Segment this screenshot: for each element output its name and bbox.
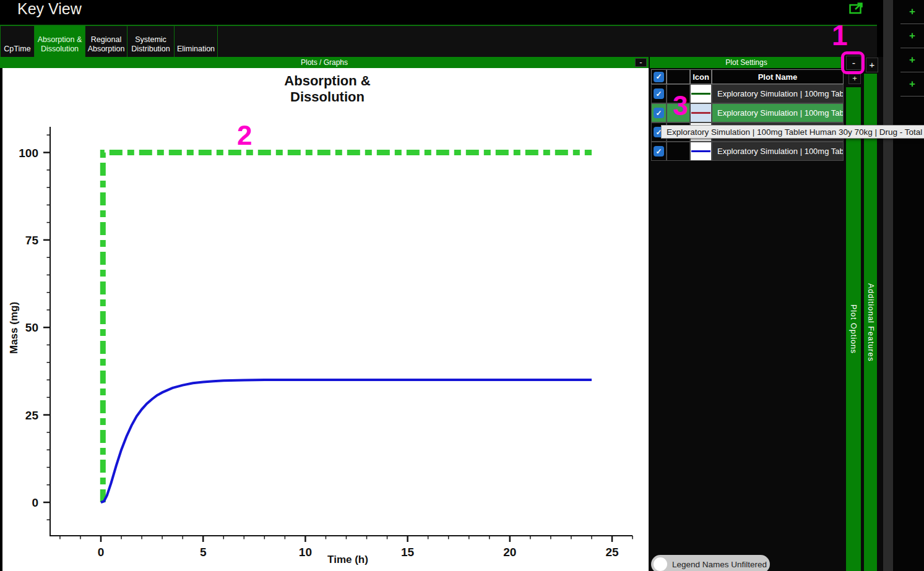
svg-text:75: 75	[25, 234, 39, 247]
table-row[interactable]: Exploratory Simulation | 100mg Tabl	[651, 142, 844, 161]
title-bar	[0, 0, 883, 19]
svg-text:5: 5	[200, 546, 207, 559]
plot-line-icon	[690, 103, 712, 122]
plot-name: Exploratory Simulation | 100mg Tabl	[712, 142, 844, 161]
additional-features-label: Additional Features	[866, 283, 875, 362]
svg-text:50: 50	[25, 321, 38, 334]
svg-text:Absorption &: Absorption &	[284, 73, 370, 88]
table-header-row: Icon Plot Name	[651, 69, 844, 84]
page-title: Key View	[17, 0, 82, 18]
tab-cptime[interactable]: CpTime	[0, 26, 35, 57]
row-checkbox[interactable]	[654, 108, 664, 118]
plots-graphs-header: Plots / Graphs	[0, 57, 649, 68]
tab-systemic-distribution[interactable]: Systemic Distribution	[127, 26, 175, 57]
plot-line-icon	[690, 84, 712, 103]
plot-settings-expand-button[interactable]: +	[866, 58, 878, 72]
export-icon	[849, 8, 865, 17]
plot-settings-collapse-button[interactable]: -	[846, 56, 861, 70]
tab-regional-absorption[interactable]: Regional Absorption	[85, 26, 127, 57]
annotation-step-3: 3	[673, 90, 688, 121]
plot-name: Exploratory Simulation | 100mg Tabl	[712, 84, 844, 103]
row-checkbox[interactable]	[654, 88, 664, 99]
header-plot-name: Plot Name	[712, 69, 844, 84]
header-icon: Icon	[690, 69, 712, 84]
plot-settings-header: Plot Settings	[650, 57, 843, 68]
tab-elimination[interactable]: Elimination	[175, 26, 218, 57]
annotation-step-1: 1	[832, 19, 848, 52]
plot-options-label: Plot Options	[849, 304, 858, 354]
svg-text:Dissolution: Dissolution	[290, 89, 365, 105]
chart-panel: Absorption &DissolutionTime (h)Mass (mg)…	[0, 68, 649, 571]
export-button[interactable]	[845, 1, 864, 17]
plot-name-tooltip: Exploratory Simulation | 100mg Tablet Hu…	[661, 125, 924, 139]
plot-line-icon	[690, 142, 712, 161]
rail-add-button[interactable]: +	[900, 72, 924, 97]
svg-text:25: 25	[605, 546, 619, 559]
legend-toggle-label: Legend Names Unfiltered	[672, 560, 767, 569]
row-checkbox[interactable]	[654, 146, 664, 157]
view-tabs: CpTime Absorption & Dissolution Regional…	[0, 25, 877, 57]
rail-add-button[interactable]: +	[900, 48, 924, 72]
legend-names-toggle[interactable]: Legend Names Unfiltered	[651, 555, 770, 571]
svg-text:0: 0	[98, 546, 105, 559]
svg-text:15: 15	[401, 546, 415, 559]
plot-options-expander[interactable]: Plot Options	[846, 87, 861, 571]
header-blank-cell	[667, 69, 690, 84]
tab-absorption-dissolution[interactable]: Absorption & Dissolution	[35, 26, 85, 57]
plot-settings-title: Plot Settings	[725, 58, 767, 67]
svg-text:20: 20	[503, 546, 516, 559]
annotation-step-2: 2	[237, 120, 252, 151]
absorption-dissolution-chart: Absorption &DissolutionTime (h)Mass (mg)…	[2, 68, 651, 571]
plot-name: Exploratory Simulation | 100mg Tabl	[712, 103, 844, 122]
select-all-checkbox[interactable]	[654, 72, 664, 82]
rail-add-button[interactable]: +	[900, 24, 924, 48]
vertical-scrollbar[interactable]	[883, 0, 893, 571]
additional-features-expander[interactable]: Additional Features	[864, 74, 877, 571]
svg-text:100: 100	[19, 147, 38, 160]
svg-text:Mass (mg): Mass (mg)	[8, 302, 20, 354]
plot-settings-add-button[interactable]: +	[848, 73, 861, 84]
svg-text:0: 0	[32, 496, 38, 509]
plots-graphs-title: Plots / Graphs	[301, 58, 348, 67]
svg-text:10: 10	[299, 546, 312, 559]
right-rail: + + + +	[893, 0, 924, 571]
plots-collapse-button[interactable]: -	[635, 58, 647, 67]
svg-text:Time (h): Time (h)	[327, 554, 368, 565]
toggle-knob-icon	[654, 557, 667, 571]
svg-text:25: 25	[25, 409, 39, 422]
rail-add-button[interactable]: +	[900, 0, 924, 24]
